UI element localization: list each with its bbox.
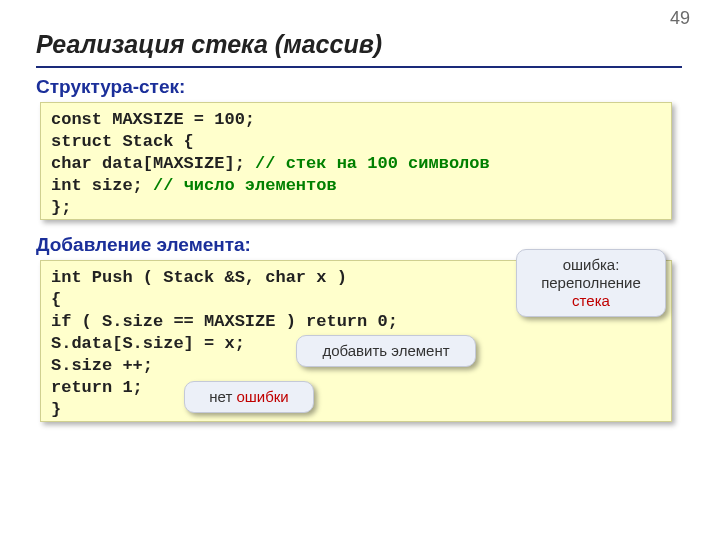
code-comment: // стек на 100 символов [255,154,490,173]
code-line: struct Stack { [51,131,661,153]
page-number: 49 [670,8,690,29]
code-line: char data[MAXSIZE]; // стек на 100 симво… [51,153,661,175]
callout-noerror: нет ошибки [184,381,314,413]
title-underline [36,66,682,68]
code-line: } [51,399,661,421]
callout-overflow: ошибка: переполнение стека [516,249,666,317]
code-line: }; [51,197,661,219]
callout-text: ошибка: переполнение [541,256,641,291]
code-line: int size; // число элементов [51,175,661,197]
callout-text: добавить элемент [322,342,449,359]
callout-text-red: стека [572,292,610,309]
code-block-struct: const MAXSIZE = 100; struct Stack { char… [40,102,672,220]
callout-add: добавить элемент [296,335,476,367]
section-add-label: Добавление элемента: [36,234,251,256]
callout-text: нет [209,388,236,405]
callout-text-red: ошибки [236,388,288,405]
code-line: return 1; [51,377,661,399]
code-text: int size; [51,176,153,195]
code-comment: // число элементов [153,176,337,195]
section-struct-label: Структура-стек: [36,76,185,98]
page-title: Реализация стека (массив) [36,30,382,59]
code-line: const MAXSIZE = 100; [51,109,661,131]
code-text: char data[MAXSIZE]; [51,154,255,173]
